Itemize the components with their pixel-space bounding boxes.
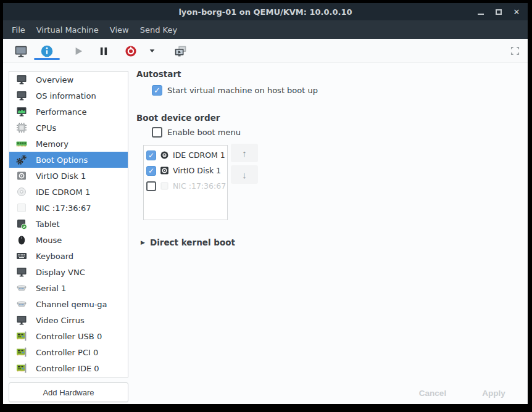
boot-device-checkbox[interactable]	[146, 166, 156, 176]
cdrom-icon	[15, 186, 28, 198]
toolbar	[3, 39, 528, 63]
sidebar-item-controller-pci-0[interactable]: Controller PCI 0	[9, 344, 128, 360]
serial-port-icon	[15, 298, 28, 310]
sidebar-item-label: Video Cirrus	[36, 316, 85, 325]
details-view-button[interactable]	[34, 41, 60, 61]
caret-down-icon	[148, 47, 156, 55]
sidebar-item-channel-qemu-ga[interactable]: Channel qemu-ga	[9, 296, 128, 312]
hardware-list: Overview OS information Performance CPUs…	[9, 71, 128, 377]
close-button[interactable]: ✕	[512, 7, 522, 17]
cdrom-dark-icon	[159, 150, 170, 160]
sidebar-item-memory[interactable]: Memory	[9, 136, 128, 152]
move-down-button[interactable]: ↓	[231, 165, 258, 184]
enable-boot-menu-label: Enable boot menu	[167, 128, 241, 137]
maximize-icon	[496, 9, 502, 15]
sidebar-item-nic[interactable]: NIC :17:36:67	[9, 200, 128, 216]
monitor-icon	[15, 89, 28, 102]
disk-icon	[15, 170, 28, 182]
apply-button[interactable]: Apply	[465, 386, 522, 400]
menu-send-key[interactable]: Send Key	[135, 20, 183, 39]
menu-view[interactable]: View	[104, 20, 135, 39]
titlebar[interactable]: lyon-borg-01 on QEMU/KVM: 10.0.0.10 ✕	[3, 3, 528, 20]
shutdown-menu-button[interactable]	[144, 41, 160, 61]
pci-card-icon	[15, 330, 28, 342]
sidebar-item-label: IDE CDROM 1	[36, 187, 90, 197]
snapshots-button[interactable]	[167, 41, 193, 61]
boot-device-row-ide-cdrom[interactable]: IDE CDROM 1	[146, 147, 227, 163]
boot-device-list: IDE CDROM 1 VirtIO Disk 1 NIC :17:36:67	[143, 145, 228, 220]
power-icon	[124, 44, 138, 58]
sidebar-item-controller-ide-0[interactable]: Controller IDE 0	[9, 360, 128, 376]
sidebar-item-label: CPUs	[36, 123, 56, 133]
boot-device-label: VirtIO Disk 1	[173, 166, 221, 175]
sidebar-item-mouse[interactable]: Mouse	[9, 232, 128, 248]
minimize-icon	[478, 14, 484, 15]
minimize-button[interactable]	[476, 7, 486, 17]
sidebar-item-ide-cdrom-1[interactable]: IDE CDROM 1	[9, 184, 128, 200]
window-title: lyon-borg-01 on QEMU/KVM: 10.0.0.10	[178, 7, 352, 17]
vm-details-window: lyon-borg-01 on QEMU/KVM: 10.0.0.10 ✕ Fi…	[3, 3, 528, 404]
keyboard-icon	[15, 250, 28, 262]
boot-device-label: NIC :17:36:67	[173, 181, 226, 191]
boot-device-checkbox[interactable]	[146, 150, 156, 160]
sidebar-item-label: OS information	[36, 91, 96, 101]
boot-device-label: IDE CDROM 1	[173, 150, 225, 160]
boot-device-order-heading: Boot device order	[136, 113, 220, 123]
sidebar-item-video-cirrus[interactable]: Video Cirrus	[9, 312, 128, 328]
sidebar-item-label: Keyboard	[36, 252, 73, 261]
sidebar-item-label: Boot Options	[36, 155, 88, 165]
sidebar-item-label: Display VNC	[36, 268, 85, 277]
boot-device-checkbox[interactable]	[146, 181, 156, 191]
autostart-checkbox[interactable]	[152, 85, 162, 96]
menu-virtual-machine[interactable]: Virtual Machine	[31, 20, 104, 39]
sidebar-item-label: Overview	[36, 75, 73, 84]
disk-dark-icon	[159, 165, 170, 176]
display-icon	[15, 266, 28, 278]
direct-kernel-boot-expander[interactable]: ▶ Direct kernel boot	[141, 237, 235, 247]
sidebar-item-virtio-disk-1[interactable]: VirtIO Disk 1	[9, 168, 128, 184]
sidebar-item-label: Controller PCI 0	[36, 348, 98, 357]
sidebar-item-label: VirtIO Disk 1	[36, 171, 86, 181]
autostart-checkbox-label: Start virtual machine on host boot up	[167, 86, 318, 95]
nic-icon	[15, 202, 28, 214]
sidebar-item-tablet[interactable]: Tablet	[9, 216, 128, 232]
sidebar-item-boot-options[interactable]: Boot Options	[9, 152, 128, 168]
sidebar-item-cpus[interactable]: CPUs	[9, 120, 128, 136]
move-up-button[interactable]: ↑	[231, 144, 258, 162]
play-icon	[72, 44, 85, 58]
pause-icon	[97, 44, 110, 58]
console-view-button[interactable]	[10, 41, 31, 61]
monitor-icon	[14, 44, 28, 58]
pause-button[interactable]	[92, 41, 115, 61]
cpu-chip-icon	[15, 122, 28, 134]
sidebar-item-partial[interactable]	[9, 376, 128, 377]
boot-device-row-virtio-disk[interactable]: VirtIO Disk 1	[146, 163, 227, 178]
pci-card-icon	[15, 362, 28, 374]
display-icon	[15, 314, 28, 326]
autostart-row: Start virtual machine on host boot up	[152, 85, 318, 96]
run-button[interactable]	[67, 41, 90, 61]
boot-device-row-nic[interactable]: NIC :17:36:67	[146, 178, 227, 194]
fullscreen-button[interactable]	[503, 41, 526, 61]
boot-gears-icon	[15, 154, 28, 166]
sidebar-item-keyboard[interactable]: Keyboard	[9, 248, 128, 264]
sidebar-item-overview[interactable]: Overview	[9, 72, 128, 88]
shutdown-button[interactable]	[119, 41, 143, 61]
enable-boot-menu-row: Enable boot menu	[152, 127, 241, 138]
menu-file[interactable]: File	[6, 20, 31, 39]
sidebar-item-label: Mouse	[36, 236, 62, 245]
enable-boot-menu-checkbox[interactable]	[152, 127, 162, 138]
sidebar-item-display-vnc[interactable]: Display VNC	[9, 264, 128, 280]
sidebar-item-controller-usb-0[interactable]: Controller USB 0	[9, 328, 128, 344]
sidebar-item-serial-1[interactable]: Serial 1	[9, 280, 128, 296]
down-arrow-icon: ↓	[242, 170, 247, 180]
sidebar-item-label: Memory	[36, 139, 69, 149]
sidebar-item-performance[interactable]: Performance	[9, 104, 128, 120]
add-hardware-button[interactable]: Add Hardware	[9, 382, 128, 402]
cancel-button[interactable]: Cancel	[404, 386, 461, 400]
maximize-button[interactable]	[494, 7, 504, 17]
pci-card-icon	[15, 346, 28, 358]
sidebar-item-label: Serial 1	[36, 284, 66, 293]
sidebar-item-os-information[interactable]: OS information	[9, 88, 128, 104]
up-arrow-icon: ↑	[242, 148, 247, 159]
